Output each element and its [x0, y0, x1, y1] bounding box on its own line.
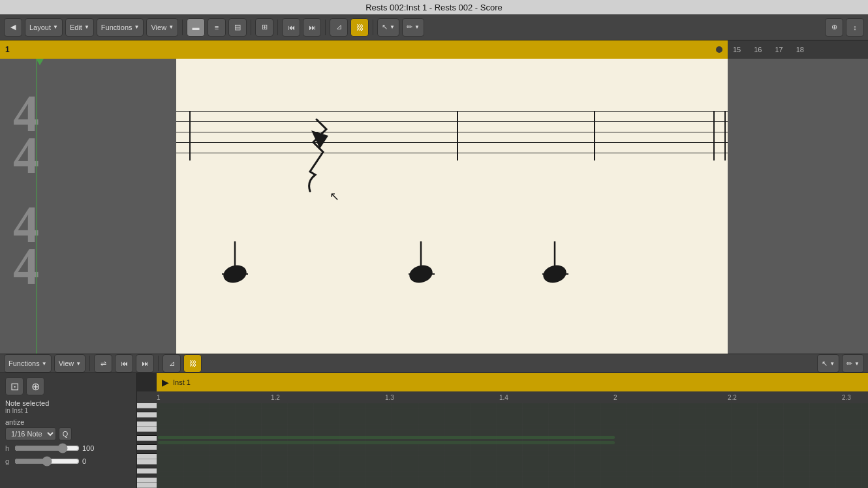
zoom-btn[interactable]: ⊕	[825, 18, 843, 37]
bottom-pencil-icon: ✏	[846, 359, 852, 368]
bottom-main: ⊡ ⊕ Note selected in Inst 1 antize 1/16 …	[0, 373, 868, 488]
barline-left	[189, 111, 191, 160]
score-content[interactable]: ↖	[176, 40, 728, 354]
time-sig-bottom-2: 4	[13, 245, 39, 287]
roll-header-track: ▶ Inst 1	[157, 373, 868, 391]
left-panel: 1 4 4 4 4	[0, 40, 176, 354]
key-d5	[137, 412, 157, 418]
back-icon: ◀	[10, 23, 16, 31]
edit-menu[interactable]: Edit ▼	[65, 18, 94, 37]
bottom-panel: Functions ▼ View ▼ ⇌ ⏮ ⏭ ⊿ ⛓ ↖ ▼ ✏	[0, 354, 868, 488]
g-slider[interactable]	[14, 456, 80, 466]
piano-roll-area: ▶ Inst 1 1 1.2 1.3 1.4 2 2.2 2.3	[137, 373, 868, 488]
page-view-btn[interactable]: ▤	[228, 18, 247, 37]
filter-icon: ⊿	[336, 23, 342, 31]
ruler-1.2: 1.2	[271, 394, 385, 401]
key-c5	[137, 421, 157, 427]
svg-marker-0	[311, 130, 328, 149]
fold-btn[interactable]: ⊡	[5, 377, 23, 395]
ruler-num-16: 16	[754, 46, 762, 53]
scroll-btn[interactable]: ↕	[846, 18, 864, 37]
link-icon: ⛓	[356, 23, 364, 31]
staff-container: ↖	[176, 59, 728, 354]
ruler-num-17: 17	[775, 46, 783, 53]
settings-btn[interactable]: ⊞	[255, 18, 273, 37]
key-b4	[137, 427, 157, 432]
rewind-icon: ⏮	[288, 23, 295, 31]
g-slider-row: g 0	[5, 456, 131, 466]
pointer-btn[interactable]: ↖ ▼	[377, 18, 399, 37]
note-selected-sub: in Inst 1	[5, 407, 131, 414]
roll-content: C3	[137, 403, 868, 488]
staff-line-1	[176, 111, 728, 112]
back-button[interactable]: ◀	[4, 18, 22, 37]
time-signature: 4 4	[13, 93, 39, 176]
link-btn[interactable]: ⛓	[350, 18, 369, 37]
note-2	[398, 238, 450, 290]
play-btn[interactable]: ⏭	[303, 18, 321, 37]
roll-grid[interactable]	[157, 403, 868, 488]
bottom-divider-1	[89, 356, 90, 371]
key-a4	[137, 436, 157, 441]
h-slider[interactable]	[14, 443, 80, 453]
bottom-filter[interactable]: ⊿	[163, 354, 181, 373]
quantize-select[interactable]: 1/16 Note	[5, 427, 56, 440]
view-menu[interactable]: View ▼	[146, 18, 178, 37]
wrap-icon: ≡	[215, 23, 219, 31]
wrap-view-btn[interactable]: ≡	[208, 18, 226, 37]
bottom-link[interactable]: ⛓	[183, 354, 202, 373]
roll-header: ▶ Inst 1	[137, 373, 868, 391]
right-panel-content	[728, 59, 868, 354]
layout-arrow: ▼	[53, 24, 58, 30]
key-c4	[137, 478, 157, 483]
divider-2	[251, 20, 251, 35]
h-value: 100	[82, 444, 94, 452]
zoom-icon: ⊕	[831, 23, 837, 31]
pencil-btn[interactable]: ✏ ▼	[402, 18, 424, 37]
note-selected-label: Note selected	[5, 399, 131, 407]
bottom-filter-icon: ⊿	[169, 359, 175, 368]
score-area: 1 4 4 4 4	[0, 40, 868, 354]
bottom-toolbar: Functions ▼ View ▼ ⇌ ⏮ ⏭ ⊿ ⛓ ↖ ▼ ✏	[0, 354, 868, 373]
settings-icon: ⊞	[262, 23, 268, 31]
time-sig-bottom: 4	[13, 134, 39, 176]
bottom-pointer-icon: ↖	[822, 359, 828, 368]
divider-1	[182, 20, 183, 35]
bottom-pointer[interactable]: ↖ ▼	[817, 354, 839, 373]
view-btn-bottom[interactable]: View ▼	[54, 354, 86, 373]
q-button[interactable]: Q	[59, 427, 72, 440]
layout-menu[interactable]: Layout ▼	[25, 18, 63, 37]
bottom-play[interactable]: ⏭	[136, 354, 154, 373]
ruler-1.3: 1.3	[385, 394, 499, 401]
track-name: Inst 1	[173, 378, 191, 386]
key-d4	[137, 468, 157, 474]
ruler-marker-1: 1	[5, 45, 10, 54]
divider-5	[373, 20, 373, 35]
playhead-line	[36, 59, 37, 354]
left-controls: ⊡ ⊕ Note selected in Inst 1 antize 1/16 …	[0, 373, 137, 488]
linear-view-btn[interactable]: ▬	[187, 18, 205, 37]
ruler-num-18: 18	[796, 46, 804, 53]
expand-btn[interactable]: ⊕	[26, 377, 44, 395]
bottom-pencil[interactable]: ✏ ▼	[842, 354, 864, 373]
filter-btn[interactable]: ⊿	[330, 18, 348, 37]
quantize-label: antize	[5, 418, 131, 426]
functions-menu[interactable]: Functions ▼	[97, 18, 144, 37]
staff-line-4	[176, 142, 728, 143]
functions-btn-bottom[interactable]: Functions ▼	[4, 354, 52, 373]
quantize-row: 1/16 Note Q	[5, 427, 131, 440]
ruler-2.3: 2.3	[842, 394, 851, 401]
bottom-midi-btn[interactable]: ⇌	[94, 354, 112, 373]
track-play-icon: ▶	[162, 377, 169, 388]
divider-4	[325, 20, 326, 35]
rewind-btn[interactable]: ⏮	[282, 18, 300, 37]
staff-line-3	[176, 132, 728, 132]
g-label: g	[5, 457, 12, 465]
bottom-rewind[interactable]: ⏮	[115, 354, 133, 373]
staff-lines-top	[176, 111, 728, 153]
roll-ruler: 1 1.2 1.3 1.4 2 2.2 2.3	[137, 391, 868, 403]
ruler-1.4: 1.4	[499, 394, 613, 401]
pencil-icon: ✏	[407, 23, 412, 31]
quarter-rest-symbol	[290, 116, 343, 194]
note-1	[215, 238, 268, 290]
